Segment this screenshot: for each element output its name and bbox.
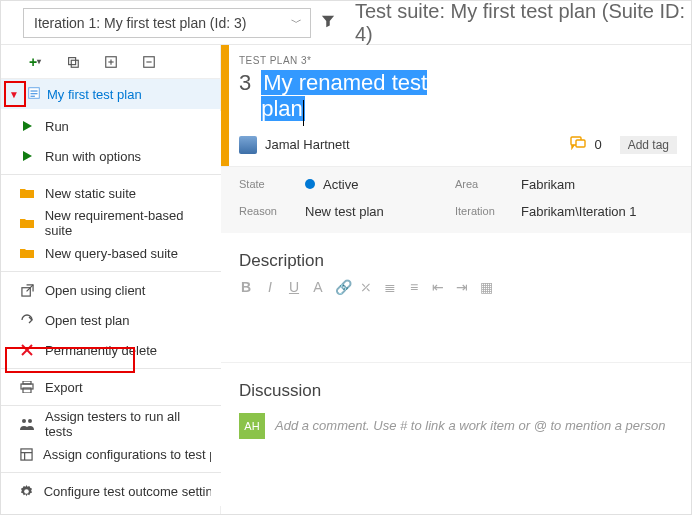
discussion-input[interactable]: Add a comment. Use # to link a work item… <box>275 414 677 437</box>
menu-label: New static suite <box>45 186 136 201</box>
menu-label: Open using client <box>45 283 145 298</box>
detail-header: TEST PLAN 3* 3 My renamed test plan Jama… <box>221 45 691 167</box>
svg-rect-1 <box>71 60 78 67</box>
unlink-icon[interactable]: ⤫ <box>359 279 373 295</box>
state-field[interactable]: Active <box>305 177 455 192</box>
reason-field[interactable]: New test plan <box>305 204 455 219</box>
svg-rect-0 <box>69 57 76 64</box>
open-external-icon <box>19 282 35 298</box>
menu-label: Assign configurations to test plan <box>43 447 211 462</box>
expand-icon[interactable] <box>103 54 119 70</box>
open-icon <box>19 312 35 328</box>
menu-assign-testers[interactable]: Assign testers to run all tests <box>1 409 221 439</box>
bold-icon[interactable]: B <box>239 279 253 295</box>
menu-label: Run with options <box>45 149 141 164</box>
config-icon <box>19 446 33 462</box>
work-item-id: 3 <box>239 70 251 96</box>
svg-point-18 <box>28 419 32 423</box>
indent-icon[interactable]: ⇥ <box>455 279 469 295</box>
text-caret <box>303 100 304 126</box>
copy-icon[interactable] <box>65 54 81 70</box>
menu-open-client[interactable]: Open using client <box>1 275 221 305</box>
menu-run[interactable]: Run <box>1 111 221 141</box>
italic-icon[interactable]: I <box>263 279 277 295</box>
menu-label: Open test plan <box>45 313 130 328</box>
menu-separator <box>1 472 221 473</box>
print-icon <box>19 379 35 395</box>
context-menu: Run Run with options New static suite Ne… <box>1 111 221 506</box>
test-plan-node[interactable]: ▼ My first test plan <box>1 79 220 109</box>
rich-text-toolbar: B I U A 🔗 ⤫ ≣ ≡ ⇤ ⇥ ▦ <box>221 277 691 303</box>
underline-icon[interactable]: U <box>287 279 301 295</box>
menu-label: Assign testers to run all tests <box>45 409 211 439</box>
add-tag-button[interactable]: Add tag <box>620 136 677 154</box>
plan-label: My first test plan <box>47 87 142 102</box>
reason-label: Reason <box>239 205 305 217</box>
outdent-icon[interactable]: ⇤ <box>431 279 445 295</box>
menu-new-requirement[interactable]: New requirement-based suite <box>1 208 221 238</box>
state-dot-icon <box>305 179 315 189</box>
image-icon[interactable]: ▦ <box>479 279 493 295</box>
menu-separator <box>1 368 221 369</box>
discussion-icon[interactable] <box>570 136 586 153</box>
state-label: State <box>239 178 305 190</box>
svg-rect-9 <box>31 93 38 94</box>
folder-icon <box>19 245 35 261</box>
area-label: Area <box>455 178 521 190</box>
svg-rect-8 <box>31 90 38 91</box>
menu-separator <box>1 405 221 406</box>
add-icon[interactable]: +▾ <box>27 54 43 70</box>
link-icon[interactable]: 🔗 <box>335 279 349 295</box>
state-value: Active <box>323 177 358 192</box>
comment-count: 0 <box>594 137 601 152</box>
title-selection: My renamed test plan <box>261 70 427 121</box>
type-color-bar <box>221 45 229 166</box>
number-list-icon[interactable]: ≡ <box>407 279 421 295</box>
iteration-field[interactable]: Fabrikam\Iteration 1 <box>521 204 677 219</box>
plan-icon <box>27 86 41 103</box>
title-input[interactable]: My renamed test plan <box>261 70 476 126</box>
fields-grid: State Active Area Fabrikam Reason New te… <box>221 167 691 233</box>
menu-run-options[interactable]: Run with options <box>1 141 221 171</box>
menu-label: Permanently delete <box>45 343 157 358</box>
tree-toolbar: +▾ <box>1 45 220 79</box>
bullet-list-icon[interactable]: ≣ <box>383 279 397 295</box>
play-icon <box>19 118 35 134</box>
folder-icon <box>19 185 35 201</box>
svg-rect-10 <box>31 96 35 97</box>
menu-label: New requirement-based suite <box>45 208 211 238</box>
iteration-label: Iteration 1: My first test plan (Id: 3) <box>34 15 246 31</box>
filter-icon[interactable] <box>315 14 341 31</box>
menu-configure-outcome[interactable]: Configure test outcome settings <box>1 476 221 506</box>
svg-point-22 <box>24 489 29 494</box>
menu-label: Configure test outcome settings <box>44 484 211 499</box>
folder-icon <box>19 215 35 231</box>
font-color-icon[interactable]: A <box>311 279 325 295</box>
delete-icon <box>19 342 35 358</box>
menu-export[interactable]: Export <box>1 372 221 402</box>
description-input[interactable] <box>221 303 691 363</box>
menu-separator <box>1 271 221 272</box>
menu-new-query[interactable]: New query-based suite <box>1 238 221 268</box>
user-badge: AH <box>239 413 265 439</box>
caret-down-icon[interactable]: ▼ <box>7 89 21 100</box>
area-field[interactable]: Fabrikam <box>521 177 677 192</box>
menu-open-plan[interactable]: Open test plan <box>1 305 221 335</box>
menu-label: New query-based suite <box>45 246 178 261</box>
gear-icon <box>19 483 34 499</box>
iteration-dropdown[interactable]: Iteration 1: My first test plan (Id: 3) … <box>23 8 311 38</box>
menu-new-static[interactable]: New static suite <box>1 178 221 208</box>
play-icon <box>19 148 35 164</box>
svg-point-17 <box>22 419 26 423</box>
description-heading: Description <box>221 233 691 277</box>
menu-label: Export <box>45 380 83 395</box>
discussion-heading: Discussion <box>221 363 691 407</box>
menu-separator <box>1 174 221 175</box>
svg-rect-24 <box>576 140 585 147</box>
collapse-icon[interactable] <box>141 54 157 70</box>
page-title: Test suite: My first test plan (Suite ID… <box>341 0 691 46</box>
menu-delete[interactable]: Permanently delete <box>1 335 221 365</box>
chevron-down-icon: ﹀ <box>291 15 302 30</box>
menu-assign-config[interactable]: Assign configurations to test plan <box>1 439 221 469</box>
assigned-to[interactable]: Jamal Hartnett <box>265 137 350 152</box>
